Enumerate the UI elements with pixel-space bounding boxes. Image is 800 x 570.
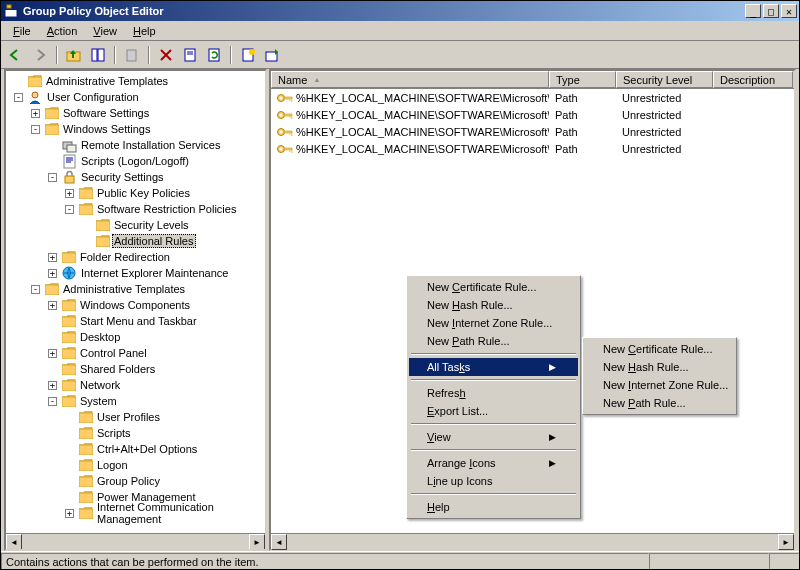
tree-item[interactable]: Administrative Templates (8, 73, 263, 89)
up-button[interactable] (63, 44, 85, 66)
toolbar (1, 41, 799, 69)
paste-button[interactable] (121, 44, 143, 66)
expand-icon[interactable]: + (48, 381, 57, 390)
tree-item[interactable]: Additional Rules (8, 233, 263, 249)
scroll-right-button[interactable]: ► (249, 534, 265, 550)
menu-view[interactable]: View (85, 23, 125, 39)
menu-help[interactable]: Help (125, 23, 164, 39)
tree-item[interactable]: Remote Installation Services (8, 137, 263, 153)
menu-item[interactable]: New Path Rule... (409, 332, 578, 350)
toggle-panes-button[interactable] (87, 44, 109, 66)
tree-item[interactable]: -Software Restriction Policies (8, 201, 263, 217)
menu-item[interactable]: Export List... (409, 402, 578, 420)
tree-item[interactable]: Shared Folders (8, 361, 263, 377)
menu-item[interactable]: New Internet Zone Rule... (409, 314, 578, 332)
tree-item[interactable]: +Network (8, 377, 263, 393)
column-header[interactable]: Name ▲ (271, 71, 549, 88)
expander-spacer (82, 221, 91, 230)
scroll-left-button[interactable]: ◄ (6, 534, 22, 550)
menu-item[interactable]: Help (409, 498, 578, 516)
properties-button[interactable] (179, 44, 201, 66)
tree-item[interactable]: -Administrative Templates (8, 281, 263, 297)
tree-item[interactable]: +Folder Redirection (8, 249, 263, 265)
export-button[interactable] (237, 44, 259, 66)
tree-item[interactable]: Scripts (8, 425, 263, 441)
collapse-icon[interactable]: - (48, 397, 57, 406)
delete-button[interactable] (155, 44, 177, 66)
tree-item[interactable]: Desktop (8, 329, 263, 345)
menu-item[interactable]: Arrange Icons▶ (409, 454, 578, 472)
column-header[interactable]: Security Level (616, 71, 713, 88)
tree-item[interactable]: +Control Panel (8, 345, 263, 361)
svg-rect-4 (92, 49, 97, 61)
menu-item[interactable]: New Certificate Rule... (585, 340, 734, 358)
collapse-icon[interactable]: - (31, 285, 40, 294)
expand-icon[interactable]: + (48, 269, 57, 278)
list-row[interactable]: %HKEY_LOCAL_MACHINE\SOFTWARE\Microsoft\.… (271, 106, 794, 123)
tree-item[interactable]: Group Policy (8, 473, 263, 489)
user-icon (28, 90, 43, 105)
minimize-button[interactable]: _ (745, 4, 761, 18)
menu-file[interactable]: File (5, 23, 39, 39)
list-scrollbar-h[interactable]: ◄ ► (271, 533, 794, 549)
tree-item[interactable]: -Windows Settings (8, 121, 263, 137)
status-text: Contains actions that can be performed o… (1, 553, 649, 570)
maximize-button[interactable]: □ (763, 4, 779, 18)
svg-rect-41 (79, 445, 93, 455)
collapse-icon[interactable]: - (31, 125, 40, 134)
tree-item[interactable]: Ctrl+Alt+Del Options (8, 441, 263, 457)
collapse-icon[interactable]: - (48, 173, 57, 182)
expand-icon[interactable]: + (48, 301, 57, 310)
tree-item[interactable]: Security Levels (8, 217, 263, 233)
expand-icon[interactable]: + (65, 509, 74, 518)
close-button[interactable]: ✕ (781, 4, 797, 18)
menu-item[interactable]: New Hash Rule... (409, 296, 578, 314)
tree-item[interactable]: User Profiles (8, 409, 263, 425)
column-header[interactable]: Type (549, 71, 616, 88)
context-menu[interactable]: New Certificate Rule...New Hash Rule...N… (406, 275, 581, 519)
menu-item[interactable]: Line up Icons (409, 472, 578, 490)
collapse-icon[interactable]: - (65, 205, 74, 214)
collapse-icon[interactable]: - (14, 93, 23, 102)
menu-item[interactable]: New Path Rule... (585, 394, 734, 412)
back-button[interactable] (5, 44, 27, 66)
tree-item[interactable]: +Windows Components (8, 297, 263, 313)
menu-item[interactable]: All Tasks▶ (409, 358, 578, 376)
menu-item[interactable]: View▶ (409, 428, 578, 446)
tree-item[interactable]: +Public Key Policies (8, 185, 263, 201)
column-header[interactable]: Description (713, 71, 793, 88)
refresh-button[interactable] (203, 44, 225, 66)
menu-action[interactable]: Action (39, 23, 86, 39)
tree-item[interactable]: -User Configuration (8, 89, 263, 105)
tree-item[interactable]: +Software Settings (8, 105, 263, 121)
list-row[interactable]: %HKEY_LOCAL_MACHINE\SOFTWARE\Microsoft\.… (271, 140, 794, 157)
svg-rect-65 (291, 150, 293, 153)
tree-scrollbar-h[interactable]: ◄ ► (6, 533, 265, 549)
tree-item[interactable]: Start Menu and Taskbar (8, 313, 263, 329)
menu-item[interactable]: New Hash Rule... (585, 358, 734, 376)
expand-icon[interactable]: + (48, 349, 57, 358)
tree-item-label: Remote Installation Services (79, 139, 222, 151)
expand-icon[interactable]: + (48, 253, 57, 262)
tree-view[interactable]: Administrative Templates-User Configurat… (6, 71, 265, 533)
forward-button[interactable] (29, 44, 51, 66)
list-row[interactable]: %HKEY_LOCAL_MACHINE\SOFTWARE\Microsoft\.… (271, 89, 794, 106)
menu-item[interactable]: New Internet Zone Rule... (585, 376, 734, 394)
expand-icon[interactable]: + (65, 189, 74, 198)
tree-item-label: Windows Components (78, 299, 192, 311)
context-submenu[interactable]: New Certificate Rule...New Hash Rule...N… (582, 337, 737, 415)
scroll-right-button[interactable]: ► (778, 534, 794, 550)
run-button[interactable] (261, 44, 283, 66)
tree-item[interactable]: +Internet Communication Management (8, 505, 263, 521)
tree-item[interactable]: -System (8, 393, 263, 409)
menu-item[interactable]: New Certificate Rule... (409, 278, 578, 296)
tree-item[interactable]: -Security Settings (8, 169, 263, 185)
list-row[interactable]: %HKEY_LOCAL_MACHINE\SOFTWARE\Microsoft\.… (271, 123, 794, 140)
menu-item[interactable]: Refresh (409, 384, 578, 402)
tree-item-label: Folder Redirection (78, 251, 172, 263)
tree-item[interactable]: +Internet Explorer Maintenance (8, 265, 263, 281)
tree-item[interactable]: Scripts (Logon/Logoff) (8, 153, 263, 169)
expand-icon[interactable]: + (31, 109, 40, 118)
tree-item[interactable]: Logon (8, 457, 263, 473)
scroll-left-button[interactable]: ◄ (271, 534, 287, 550)
